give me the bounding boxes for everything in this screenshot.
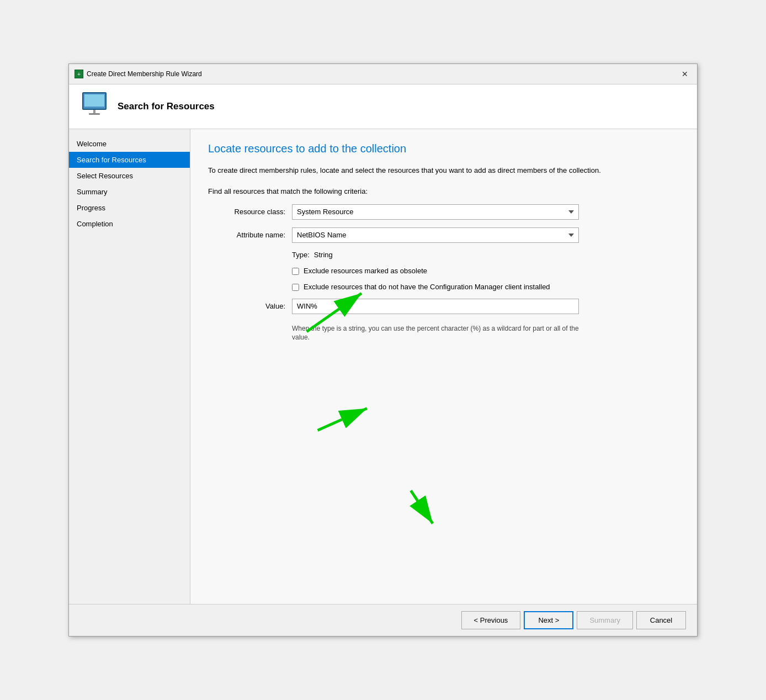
attribute-name-control: NetBIOS Name Operating System Name and V… [292, 227, 579, 243]
sidebar-item-welcome[interactable]: Welcome [69, 136, 190, 152]
resource-class-row: Resource class: System Resource User Res… [208, 204, 679, 220]
header-title: Search for Resources [118, 101, 215, 112]
value-input[interactable] [292, 299, 579, 314]
sidebar-item-select-resources[interactable]: Select Resources [69, 168, 190, 184]
title-bar-left: + Create Direct Membership Rule Wizard [75, 70, 202, 78]
sidebar-item-search-resources[interactable]: Search for Resources [69, 152, 190, 168]
type-value: String [314, 251, 333, 259]
summary-button[interactable]: Summary [577, 611, 633, 629]
monitor-body [82, 92, 107, 110]
checkbox-exclude-obsolete[interactable] [292, 268, 299, 275]
checkbox-exclude-no-client[interactable] [292, 284, 299, 291]
content-area: Welcome Search for Resources Select Reso… [69, 129, 697, 604]
criteria-label: Find all resources that match the follow… [208, 187, 679, 195]
sidebar-item-completion[interactable]: Completion [69, 216, 190, 232]
page-title: Locate resources to add to the collectio… [208, 142, 679, 155]
attribute-name-label: Attribute name: [208, 231, 285, 239]
description-text: To create direct membership rules, locat… [208, 165, 605, 176]
checkbox-obsolete-row: Exclude resources marked as obsolete [292, 267, 579, 275]
cancel-button[interactable]: Cancel [636, 611, 686, 629]
monitor-screen [84, 94, 104, 107]
resource-class-label: Resource class: [208, 208, 285, 216]
value-hint: When the type is a string, you can use t… [292, 324, 579, 343]
attribute-name-select[interactable]: NetBIOS Name Operating System Name and V… [292, 227, 579, 243]
window-title: Create Direct Membership Rule Wizard [87, 70, 202, 78]
title-bar: + Create Direct Membership Rule Wizard ✕ [69, 64, 697, 84]
form-section: Resource class: System Resource User Res… [208, 204, 679, 343]
main-content: Locate resources to add to the collectio… [190, 129, 697, 604]
form-fields: Resource class: System Resource User Res… [208, 204, 679, 343]
next-button[interactable]: Next > [524, 611, 573, 629]
monitor-base [89, 113, 100, 115]
previous-button[interactable]: < Previous [461, 611, 521, 629]
sidebar-item-summary[interactable]: Summary [69, 184, 190, 200]
footer-bar: < Previous Next > Summary Cancel [69, 604, 697, 636]
type-label: Type: [292, 251, 310, 259]
title-icon: + [75, 70, 83, 78]
computer-icon [80, 92, 109, 121]
checkbox-client-row: Exclude resources that do not have the C… [292, 283, 579, 291]
type-row: Type: String [292, 251, 679, 259]
header-section: Search for Resources [69, 84, 697, 129]
value-control [292, 299, 579, 314]
attribute-name-row: Attribute name: NetBIOS Name Operating S… [208, 227, 679, 243]
sidebar-item-progress[interactable]: Progress [69, 200, 190, 216]
value-label: Value: [208, 302, 285, 310]
checkbox-client-label: Exclude resources that do not have the C… [304, 283, 550, 291]
sidebar: Welcome Search for Resources Select Reso… [69, 129, 190, 604]
wizard-window: + Create Direct Membership Rule Wizard ✕… [68, 63, 698, 637]
resource-class-select[interactable]: System Resource User Resource User Group… [292, 204, 579, 220]
resource-class-control: System Resource User Resource User Group… [292, 204, 579, 220]
checkbox-obsolete-label: Exclude resources marked as obsolete [304, 267, 427, 275]
value-row: Value: [208, 299, 679, 314]
close-button[interactable]: ✕ [678, 67, 691, 81]
